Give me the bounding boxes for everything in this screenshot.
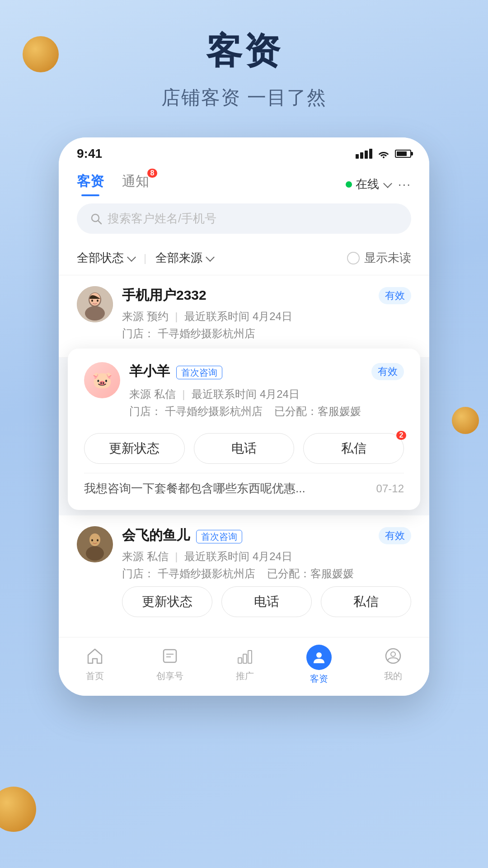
card-content: 手机用户2332 有效 来源 预约 | 最近联系时间 4月24日 门店： 千寻婚… bbox=[122, 286, 411, 346]
page-subtitle: 店铺客资 一目了然 bbox=[0, 85, 488, 110]
last-message-row: 我想咨询一下套餐都包含哪些东西呢优惠... 07-12 bbox=[84, 473, 404, 501]
card-content: 羊小羊 首次咨询 有效 来源 私信 | 最近联系时间 4月24日 门店： 千寻婚… bbox=[129, 362, 404, 424]
online-label: 在线 bbox=[356, 176, 379, 192]
header-actions: 在线 ··· bbox=[346, 176, 411, 192]
card-top-row: 羊小羊 首次咨询 有效 bbox=[129, 362, 404, 381]
card-store: 门店： 千寻婚纱摄影杭州店 bbox=[122, 326, 411, 341]
svg-point-6 bbox=[91, 300, 93, 302]
filter-divider: | bbox=[144, 252, 146, 264]
avatar bbox=[77, 526, 113, 562]
assigned: 客服媛媛 bbox=[318, 405, 361, 417]
store-name: 千寻婚纱摄影杭州店 bbox=[165, 405, 263, 417]
nav-home[interactable]: 首页 bbox=[84, 645, 106, 685]
nav-promote-label: 推广 bbox=[236, 670, 254, 682]
assigned: 客服媛媛 bbox=[310, 567, 354, 580]
chevron-down-icon bbox=[383, 179, 392, 188]
page-header: 客资 店铺客资 一目了然 bbox=[0, 0, 488, 128]
more-button[interactable]: ··· bbox=[398, 177, 411, 192]
message-button[interactable]: 私信 bbox=[321, 586, 411, 617]
source-value: 私信 bbox=[154, 388, 176, 400]
featured-card[interactable]: 🐷 羊小羊 首次咨询 有效 来源 私信 | 最近联系时间 4月24日 bbox=[68, 349, 420, 510]
table-row[interactable]: 会飞的鱼儿 首次咨询 有效 来源 私信 | 最近联系时间 4月24日 门店： 千… bbox=[59, 515, 429, 637]
card-top-row: 手机用户2332 有效 bbox=[122, 286, 411, 305]
card-content: 会飞的鱼儿 首次咨询 有效 来源 私信 | 最近联系时间 4月24日 门店： 千… bbox=[122, 526, 411, 626]
notice-badge: 8 bbox=[147, 169, 157, 178]
unread-toggle[interactable] bbox=[347, 252, 360, 264]
table-row[interactable]: 手机用户2332 有效 来源 预约 | 最近联系时间 4月24日 门店： 千寻婚… bbox=[59, 275, 429, 358]
edit-icon bbox=[159, 645, 181, 667]
message-button[interactable]: 私信 2 bbox=[303, 433, 404, 464]
svg-rect-18 bbox=[248, 651, 252, 663]
avatar bbox=[77, 286, 113, 322]
customer-list: 手机用户2332 有效 来源 预约 | 最近联系时间 4月24日 门店： 千寻婚… bbox=[59, 275, 429, 358]
search-bar[interactable]: 搜索客户姓名/手机号 bbox=[77, 203, 411, 234]
source-value: 预约 bbox=[147, 310, 169, 322]
page-title: 客资 bbox=[0, 27, 488, 76]
nav-create-label: 创享号 bbox=[156, 670, 183, 682]
svg-rect-16 bbox=[238, 658, 242, 663]
action-buttons: 更新状态 电话 私信 2 bbox=[84, 433, 404, 464]
nav-create[interactable]: 创享号 bbox=[156, 645, 183, 685]
source-value: 私信 bbox=[147, 550, 169, 562]
svg-rect-13 bbox=[164, 650, 176, 662]
update-status-button[interactable]: 更新状态 bbox=[84, 433, 185, 464]
person-icon bbox=[306, 645, 332, 670]
last-message-text: 我想咨询一下套餐都包含哪些东西呢优惠... bbox=[84, 481, 367, 496]
phone-button[interactable]: 电话 bbox=[221, 586, 312, 617]
first-consult-tag: 首次咨询 bbox=[196, 530, 242, 543]
phone-button[interactable]: 电话 bbox=[194, 433, 295, 464]
svg-point-19 bbox=[316, 652, 322, 658]
user-circle-icon bbox=[382, 645, 404, 667]
nav-kezi[interactable]: 客资 bbox=[306, 645, 332, 685]
chart-icon bbox=[234, 645, 256, 667]
online-dot bbox=[346, 181, 352, 188]
card-store: 门店： 千寻婚纱摄影杭州店 已分配：客服媛媛 bbox=[122, 566, 411, 581]
signal-icon bbox=[356, 149, 372, 159]
battery-icon bbox=[395, 150, 411, 158]
avatar-image bbox=[77, 286, 113, 322]
tab-area: 客资 通知 8 bbox=[77, 172, 149, 196]
online-status[interactable]: 在线 bbox=[346, 176, 391, 192]
decorative-orb-right bbox=[452, 407, 479, 434]
message-badge: 2 bbox=[396, 431, 406, 440]
wifi-icon bbox=[378, 149, 389, 158]
action-buttons: 更新状态 电话 私信 bbox=[122, 586, 411, 617]
svg-point-7 bbox=[97, 300, 99, 302]
tab-notice[interactable]: 通知 8 bbox=[122, 172, 149, 196]
update-status-button[interactable]: 更新状态 bbox=[122, 586, 212, 617]
filter-bar: 全部状态 | 全部来源 显示未读 bbox=[59, 243, 429, 275]
svg-rect-17 bbox=[243, 654, 247, 663]
nav-kezi-label: 客资 bbox=[310, 673, 328, 685]
phone-mockup: 9:41 客资 通知 bbox=[59, 137, 429, 696]
contact-label: 最近联系时间 bbox=[184, 310, 249, 322]
decorative-orb-bottom-left bbox=[0, 787, 36, 832]
last-message-time: 07-12 bbox=[376, 482, 404, 495]
nav-mine[interactable]: 我的 bbox=[382, 645, 404, 685]
store-name: 千寻婚纱摄影杭州店 bbox=[158, 567, 255, 580]
search-icon bbox=[90, 213, 102, 225]
nav-mine-label: 我的 bbox=[384, 670, 402, 682]
source-label: 来源 bbox=[122, 310, 144, 322]
tab-kezi[interactable]: 客资 bbox=[77, 172, 104, 196]
status-time: 9:41 bbox=[77, 146, 102, 161]
search-placeholder: 搜索客户姓名/手机号 bbox=[108, 211, 216, 226]
filter-status[interactable]: 全部状态 bbox=[77, 250, 135, 266]
card-top-row: 会飞的鱼儿 首次咨询 有效 bbox=[122, 526, 411, 545]
status-badge: 有效 bbox=[379, 287, 411, 304]
svg-point-12 bbox=[97, 539, 99, 542]
first-consult-tag: 首次咨询 bbox=[176, 366, 222, 379]
status-bar: 9:41 bbox=[59, 137, 429, 165]
chevron-down-icon bbox=[127, 253, 136, 262]
avatar: 🐷 bbox=[84, 362, 120, 398]
svg-point-21 bbox=[391, 652, 395, 656]
status-badge: 有效 bbox=[371, 363, 404, 380]
card-meta: 来源 私信 | 最近联系时间 4月24日 bbox=[122, 549, 411, 564]
status-badge: 有效 bbox=[379, 527, 411, 544]
decorative-orb-top-left bbox=[23, 36, 59, 72]
svg-point-9 bbox=[89, 533, 100, 546]
nav-promote[interactable]: 推广 bbox=[234, 645, 256, 685]
unread-filter[interactable]: 显示未读 bbox=[347, 250, 411, 266]
chevron-down-icon bbox=[206, 253, 215, 262]
store-name: 千寻婚纱摄影杭州店 bbox=[158, 327, 255, 340]
filter-source[interactable]: 全部来源 bbox=[155, 250, 213, 266]
